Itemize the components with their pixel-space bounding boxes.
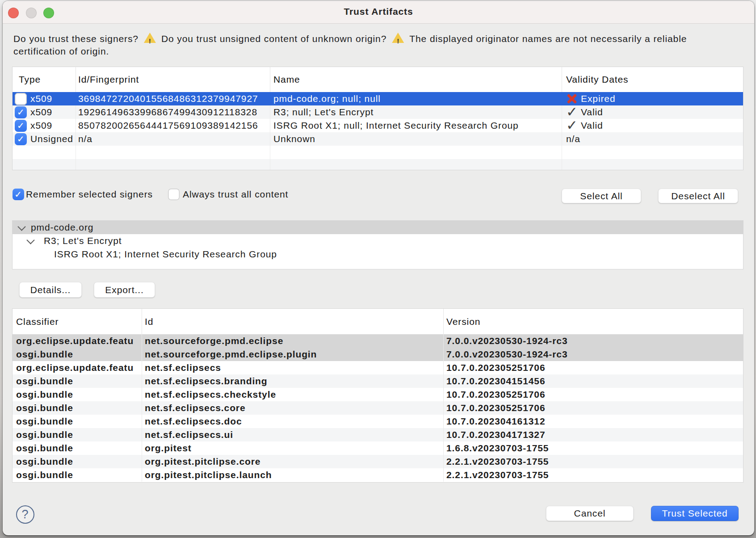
select-all-button[interactable]: Select All: [562, 189, 641, 203]
artifact-id: net.sf.eclipsecs.doc: [142, 415, 444, 428]
signer-checkbox[interactable]: [15, 106, 27, 118]
column-header-type[interactable]: Type: [13, 67, 76, 92]
artifact-version: 1.6.8.v20230703-1755: [444, 441, 743, 455]
signer-type: x509: [30, 107, 52, 118]
artifact-row[interactable]: osgi.bundle net.sf.eclipsecs.core 10.7.0…: [13, 401, 743, 415]
titlebar: Trust Artifacts: [3, 1, 754, 24]
signer-row[interactable]: x509 19296149633996867499430912118328 R3…: [13, 105, 743, 119]
artifact-classifier: osgi.bundle: [13, 468, 142, 482]
artifact-row[interactable]: osgi.bundle org.pitest.pitclipse.core 2.…: [13, 455, 743, 468]
artifact-version: 2.2.1.v20230703-1755: [444, 468, 743, 482]
signer-type: x509: [30, 120, 52, 131]
artifact-id: org.pitest: [142, 441, 444, 455]
warning-question-1: Do you trust these signers?: [13, 34, 139, 44]
column-header-name[interactable]: Name: [270, 67, 562, 92]
signer-row[interactable]: x509 85078200265644417569109389142156 IS…: [13, 119, 743, 132]
artifacts-table-header: Classifier Id Version: [13, 309, 743, 334]
artifact-row[interactable]: osgi.bundle net.sf.eclipsecs.ui 10.7.0.2…: [13, 428, 743, 441]
signer-validity: Expired: [581, 93, 616, 104]
column-header-id[interactable]: Id: [142, 309, 444, 334]
signer-checkbox[interactable]: [15, 120, 27, 132]
warning-icon: !: [392, 33, 404, 43]
empty-row: [13, 159, 743, 170]
window-title: Trust Artifacts: [3, 6, 754, 17]
trust-selected-button[interactable]: Trust Selected: [651, 506, 739, 521]
signer-validity: n/a: [562, 132, 743, 146]
artifact-classifier: osgi.bundle: [13, 455, 142, 468]
signer-type: x509: [30, 93, 52, 104]
signer-fingerprint: 36984727204015568486312379947927: [76, 92, 270, 105]
certificate-tree: pmd-code.org R3; Let's Encrypt ISRG Root…: [12, 220, 743, 269]
artifact-version: 7.0.0.v20230530-1924-rc3: [444, 348, 743, 361]
signer-name: Unknown: [270, 132, 562, 146]
artifact-classifier: org.eclipse.update.featu: [13, 361, 142, 374]
artifact-version: 10.7.0.202305251706: [444, 388, 743, 401]
expired-icon: [566, 93, 578, 105]
empty-row: [13, 146, 743, 159]
artifact-classifier: osgi.bundle: [13, 348, 142, 361]
artifact-classifier: osgi.bundle: [13, 415, 142, 428]
valid-icon: ✓: [566, 120, 578, 131]
signer-row[interactable]: Unsigned n/a Unknown n/a: [13, 132, 743, 146]
tree-item-label: ISRG Root X1; Internet Security Research…: [13, 249, 277, 260]
signers-table-header: Type Id/Fingerprint Name Validity Dates: [13, 67, 743, 92]
artifact-id: net.sf.eclipsecs: [142, 361, 444, 374]
column-header-classifier[interactable]: Classifier: [13, 309, 142, 334]
help-button[interactable]: ?: [16, 505, 34, 524]
artifact-classifier: osgi.bundle: [13, 401, 142, 415]
signers-table: Type Id/Fingerprint Name Validity Dates …: [12, 67, 743, 170]
signer-validity: Valid: [581, 107, 603, 118]
trust-artifacts-dialog: Trust Artifacts Do you trust these signe…: [3, 1, 754, 535]
artifact-id: net.sf.eclipsecs.checkstyle: [142, 388, 444, 401]
signer-row[interactable]: x509 36984727204015568486312379947927 pm…: [13, 92, 743, 105]
tree-item[interactable]: pmd-code.org: [13, 221, 743, 234]
signer-validity: Valid: [581, 120, 603, 131]
artifact-row[interactable]: osgi.bundle net.sf.eclipsecs.branding 10…: [13, 374, 743, 388]
artifact-id: net.sf.eclipsecs.core: [142, 401, 444, 415]
column-header-validity[interactable]: Validity Dates: [562, 67, 743, 92]
always-trust-label: Always trust all content: [183, 189, 288, 200]
artifact-row[interactable]: osgi.bundle net.sf.eclipsecs.doc 10.7.0.…: [13, 415, 743, 428]
always-trust-checkbox[interactable]: [168, 189, 180, 200]
artifact-id: net.sf.eclipsecs.ui: [142, 428, 444, 441]
export-button[interactable]: Export...: [94, 282, 155, 298]
signer-fingerprint: 85078200265644417569109389142156: [76, 119, 270, 132]
details-button[interactable]: Details...: [19, 282, 82, 298]
tree-item[interactable]: ISRG Root X1; Internet Security Research…: [13, 248, 743, 261]
deselect-all-button[interactable]: Deselect All: [658, 189, 738, 203]
valid-icon: ✓: [566, 106, 578, 118]
artifact-id: org.pitest.pitclipse.core: [142, 455, 444, 468]
tree-item[interactable]: R3; Let's Encrypt: [13, 234, 743, 248]
artifact-row[interactable]: osgi.bundle net.sf.eclipsecs.checkstyle …: [13, 388, 743, 401]
artifact-version: 10.7.0.202304161312: [444, 415, 743, 428]
artifact-classifier: osgi.bundle: [13, 428, 142, 441]
artifact-row[interactable]: org.eclipse.update.featu net.sf.eclipsec…: [13, 361, 743, 374]
artifact-version: 10.7.0.202304171327: [444, 428, 743, 441]
signer-name: pmd-code.org; null; null: [270, 92, 562, 105]
column-header-version[interactable]: Version: [444, 309, 743, 334]
signer-name: ISRG Root X1; null; Internet Security Re…: [270, 119, 562, 132]
artifacts-table: Classifier Id Version org.eclipse.update…: [12, 308, 743, 483]
signer-name: R3; null; Let's Encrypt: [270, 105, 562, 119]
artifact-classifier: org.eclipse.update.featu: [13, 334, 142, 348]
artifact-version: 7.0.0.v20230530-1924-rc3: [444, 334, 743, 348]
cancel-button[interactable]: Cancel: [546, 506, 634, 521]
column-header-fingerprint[interactable]: Id/Fingerprint: [76, 67, 270, 92]
artifact-classifier: osgi.bundle: [13, 388, 142, 401]
signer-fingerprint: 19296149633996867499430912118328: [76, 105, 270, 119]
artifact-id: org.pitest.pitclipse.launch: [142, 468, 444, 482]
signer-checkbox[interactable]: [15, 93, 27, 105]
warning-icon: !: [144, 33, 156, 43]
artifact-version: 2.2.1.v20230703-1755: [444, 455, 743, 468]
artifact-row[interactable]: osgi.bundle org.pitest 1.6.8.v20230703-1…: [13, 441, 743, 455]
signer-fingerprint: n/a: [76, 132, 270, 146]
remember-signers-checkbox[interactable]: [13, 189, 24, 200]
artifact-row[interactable]: osgi.bundle net.sourceforge.pmd.eclipse.…: [13, 348, 743, 361]
artifact-classifier: osgi.bundle: [13, 374, 142, 388]
artifact-version: 10.7.0.202305251706: [444, 401, 743, 415]
signer-checkbox[interactable]: [15, 133, 27, 145]
artifact-row[interactable]: osgi.bundle org.pitest.pitclipse.launch …: [13, 468, 743, 482]
artifact-id: net.sourceforge.pmd.eclipse.plugin: [142, 348, 444, 361]
warning-question-2: Do you trust unsigned content of unknown…: [161, 34, 386, 44]
artifact-row[interactable]: org.eclipse.update.featu net.sourceforge…: [13, 334, 743, 348]
